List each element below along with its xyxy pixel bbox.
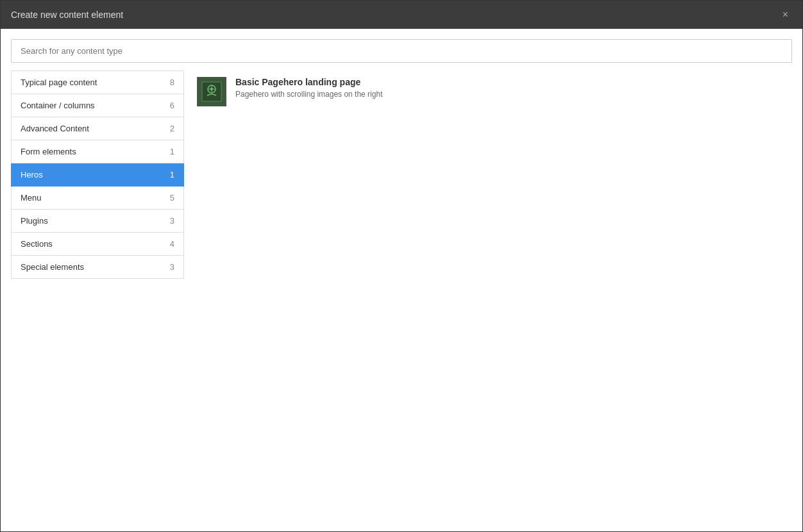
modal-header: Create new content element × [1,1,802,29]
sidebar-item-label: Plugins [21,216,170,226]
sidebar-item-form-elements[interactable]: Form elements1 [11,140,184,163]
modal-body: Typical page content8Container / columns… [1,29,802,531]
close-button[interactable]: × [779,8,792,21]
sidebar-item-label: Typical page content [21,78,170,87]
sidebar-item-heros[interactable]: Heros1 [11,163,184,187]
sidebar-item-label: Form elements [21,147,170,156]
svg-point-5 [210,88,213,90]
content-item-description: Pagehero with scrolling images on the ri… [235,90,382,99]
modal: Create new content element × Typical pag… [0,0,803,532]
sidebar-item-count: 5 [170,193,174,203]
content-area: Typical page content8Container / columns… [11,71,792,521]
sidebar-item-count: 6 [170,101,174,110]
pagehero-icon [197,77,226,106]
sidebar: Typical page content8Container / columns… [11,71,184,521]
sidebar-item-count: 1 [170,170,174,179]
sidebar-item-count: 3 [170,216,174,226]
sidebar-item-label: Sections [21,239,170,249]
sidebar-item-plugins[interactable]: Plugins3 [11,210,184,233]
search-input[interactable] [11,39,792,63]
content-item-text: Basic Pagehero landing pagePagehero with… [235,77,382,99]
content-item-title: Basic Pagehero landing page [235,77,382,87]
modal-title: Create new content element [11,10,123,20]
sidebar-item-label: Heros [21,170,170,179]
sidebar-item-count: 8 [170,78,174,87]
content-item[interactable]: Basic Pagehero landing pagePagehero with… [197,71,779,113]
sidebar-item-count: 1 [170,147,174,156]
sidebar-item-special-elements[interactable]: Special elements3 [11,256,184,279]
sidebar-item-label: Special elements [21,262,170,272]
sidebar-item-count: 3 [170,262,174,272]
sidebar-item-label: Advanced Content [21,124,170,133]
sidebar-item-container--columns[interactable]: Container / columns6 [11,94,184,117]
sidebar-item-advanced-content[interactable]: Advanced Content2 [11,117,184,140]
sidebar-item-count: 2 [170,124,174,133]
sidebar-item-menu[interactable]: Menu5 [11,187,184,210]
sidebar-item-label: Container / columns [21,101,170,110]
main-content: Basic Pagehero landing pagePagehero with… [184,71,792,521]
sidebar-item-count: 4 [170,239,174,249]
sidebar-item-sections[interactable]: Sections4 [11,233,184,256]
sidebar-item-typical-page-content[interactable]: Typical page content8 [11,71,184,94]
sidebar-item-label: Menu [21,193,170,203]
